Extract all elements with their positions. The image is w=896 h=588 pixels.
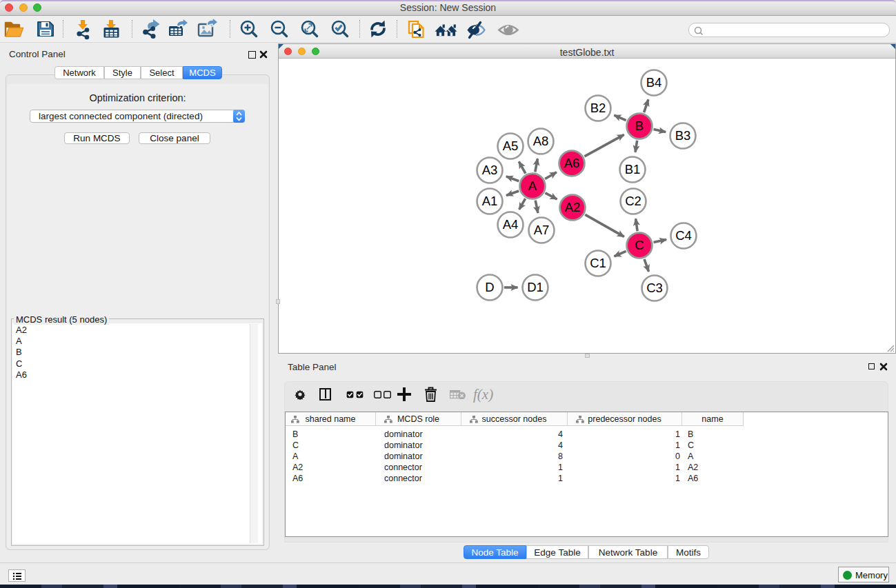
svg-text:A3: A3 [482, 163, 498, 177]
svg-text:A4: A4 [503, 217, 519, 232]
svg-text:B1: B1 [625, 162, 641, 176]
svg-text:C3: C3 [646, 281, 663, 295]
svg-text:A6: A6 [564, 156, 580, 170]
svg-text:B4: B4 [646, 75, 662, 90]
svg-text:A5: A5 [503, 139, 519, 153]
svg-text:C: C [635, 238, 644, 252]
svg-text:A8: A8 [533, 134, 549, 148]
svg-text:B3: B3 [675, 128, 691, 143]
svg-text:C1: C1 [590, 256, 606, 270]
svg-text:A2: A2 [565, 200, 581, 214]
svg-text:A7: A7 [534, 223, 550, 237]
svg-text:A: A [528, 179, 537, 193]
svg-text:B2: B2 [590, 101, 606, 115]
svg-text:C2: C2 [625, 194, 641, 208]
svg-text:B: B [635, 119, 644, 133]
svg-text:C4: C4 [675, 228, 692, 243]
svg-text:D: D [485, 280, 494, 294]
svg-text:D1: D1 [527, 280, 544, 294]
svg-text:A1: A1 [482, 194, 498, 208]
